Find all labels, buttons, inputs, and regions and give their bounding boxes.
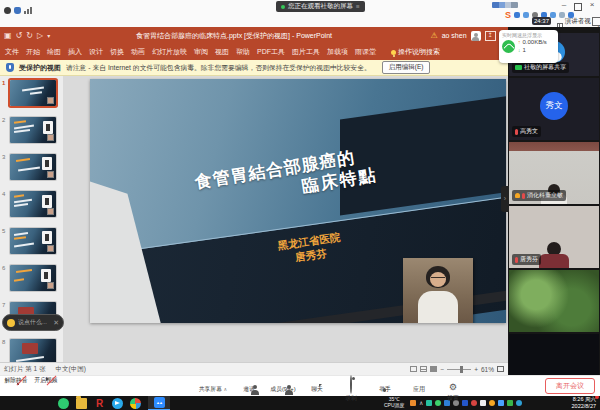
protected-shield-icon bbox=[6, 63, 14, 72]
tray-icon[interactable] bbox=[471, 400, 477, 406]
share-icon[interactable]: ↥ bbox=[485, 31, 496, 41]
tab-slideshow[interactable]: 幻灯片放映 bbox=[152, 47, 187, 57]
participant-tile-video-3[interactable] bbox=[509, 270, 599, 332]
toolbar-widget-icon[interactable] bbox=[492, 2, 518, 8]
zoom-in-button[interactable]: + bbox=[474, 366, 478, 373]
ribbon-tab-bar: 文件 开始 绘图 插入 设计 切换 动画 幻灯片放映 审阅 视图 帮助 PDF工… bbox=[0, 44, 508, 60]
window-close-button[interactable]: × bbox=[586, 0, 598, 10]
browser-icon[interactable] bbox=[130, 398, 141, 409]
meeting-toolbar-center: 共享屏幕 ∧ 邀请 成员(99+) 聊天 录制 举手 应用 ⚙设置 bbox=[196, 376, 468, 403]
zoom-percent[interactable]: 61% bbox=[481, 366, 494, 373]
webcam-icon[interactable] bbox=[550, 12, 556, 18]
slide-thumbnail-5[interactable] bbox=[10, 228, 56, 254]
tray-icon[interactable] bbox=[498, 400, 504, 406]
chat-button[interactable]: 聊天 bbox=[302, 385, 332, 394]
members-button[interactable]: 成员(99+) bbox=[268, 385, 298, 394]
signal-bars-icon[interactable] bbox=[24, 7, 32, 14]
banner-menu-icon[interactable]: ≡ bbox=[356, 3, 360, 10]
invite-button[interactable]: 邀请 bbox=[234, 385, 264, 394]
zoom-slider[interactable] bbox=[447, 369, 471, 370]
enable-editing-button[interactable]: 启用编辑(E) bbox=[382, 61, 431, 74]
slide-sorter-button[interactable] bbox=[420, 366, 427, 372]
tray-icon[interactable] bbox=[480, 400, 486, 406]
wifi-icon bbox=[502, 40, 515, 53]
normal-view-button[interactable] bbox=[410, 366, 417, 372]
viewer-banner[interactable]: 您正在观看社敬的屏幕 ≡ bbox=[276, 1, 365, 12]
file-explorer-icon[interactable] bbox=[76, 398, 87, 409]
slide-number: 8 bbox=[2, 339, 5, 345]
chevron-up-icon[interactable]: ∧ bbox=[224, 386, 228, 392]
account-name[interactable]: ao shen bbox=[442, 32, 467, 39]
slide-panel-decor bbox=[340, 79, 506, 215]
share-screen-button[interactable]: 共享屏幕 ∧ bbox=[196, 385, 230, 394]
leave-meeting-button[interactable]: 离开会议 bbox=[545, 378, 595, 394]
fullscreen-icon[interactable] bbox=[592, 17, 600, 26]
avatar[interactable] bbox=[471, 31, 481, 41]
qat-caret-button[interactable]: ▾ bbox=[47, 28, 50, 44]
start-video-button[interactable]: 开启视频 bbox=[32, 376, 60, 385]
download-arrow-icon: ↓ bbox=[518, 46, 521, 54]
tab-help[interactable]: 帮助 bbox=[236, 47, 250, 57]
raise-hand-button[interactable]: 举手 bbox=[370, 385, 400, 394]
slide-thumbnail-2[interactable] bbox=[10, 117, 56, 143]
quick-chat-pill[interactable]: 说点什么... ✕ bbox=[2, 314, 64, 331]
tray-mini-icons bbox=[4, 7, 32, 14]
tab-review[interactable]: 审阅 bbox=[194, 47, 208, 57]
tab-animations[interactable]: 动画 bbox=[131, 47, 145, 57]
slide-thumbnail-1[interactable] bbox=[10, 80, 56, 106]
tell-me-search[interactable]: 操作说明搜索 bbox=[391, 47, 440, 57]
undo-button[interactable]: ↺ bbox=[16, 28, 23, 44]
language-indicator[interactable]: 中文(中国) bbox=[56, 365, 86, 374]
record-button[interactable]: 录制 bbox=[336, 376, 366, 403]
tray-icon[interactable] bbox=[516, 400, 522, 406]
participant-tile-video-1[interactable]: 消化科董立敏 bbox=[509, 142, 599, 204]
tab-draw[interactable]: 绘图 bbox=[47, 47, 61, 57]
fit-slide-button[interactable] bbox=[497, 366, 504, 372]
close-icon[interactable]: ✕ bbox=[53, 319, 59, 327]
slideshow-button[interactable]: ▷ bbox=[37, 28, 43, 44]
tab-insert[interactable]: 插入 bbox=[68, 47, 82, 57]
participant-tile-video-2[interactable]: 唐秀芬 bbox=[509, 206, 599, 268]
meeting-app-icon-active[interactable]: ▲▲ bbox=[148, 395, 170, 410]
taskbar-app-green-icon[interactable] bbox=[58, 398, 69, 409]
tab-rain-classroom[interactable]: 雨课堂 bbox=[355, 47, 376, 57]
tab-pdf-tools[interactable]: PDF工具 bbox=[257, 47, 285, 57]
participant-tile-gaoxiuwen[interactable]: 秀文 高秀文 bbox=[509, 78, 599, 140]
tab-addins[interactable]: 加载项 bbox=[327, 47, 348, 57]
sidebar-collapse-handle[interactable]: › bbox=[501, 186, 509, 212]
window-minimize-button[interactable]: – bbox=[558, 0, 570, 10]
reading-view-button[interactable] bbox=[430, 366, 437, 372]
save-button[interactable]: ▣ bbox=[4, 28, 12, 44]
camera-tray-icon[interactable] bbox=[4, 7, 11, 14]
tab-transitions[interactable]: 切换 bbox=[110, 47, 124, 57]
telegram-icon[interactable] bbox=[112, 398, 123, 409]
tab-file[interactable]: 文件 bbox=[5, 47, 19, 57]
apps-button[interactable]: 应用 bbox=[404, 385, 434, 394]
slide-thumbnail-4[interactable] bbox=[10, 191, 56, 217]
taskbar-app-r-icon[interactable]: R bbox=[94, 398, 105, 409]
emoji-icon[interactable] bbox=[7, 319, 15, 327]
slide-thumbnail-3[interactable] bbox=[10, 154, 56, 180]
slide-thumbnail-6[interactable] bbox=[10, 265, 56, 291]
slide-thumbnail-8[interactable] bbox=[10, 339, 56, 362]
zoom-out-button[interactable]: − bbox=[440, 366, 444, 373]
tab-view[interactable]: 视图 bbox=[215, 47, 229, 57]
taskbar-clock[interactable]: 8:26 周六 2022/8/27 bbox=[572, 396, 596, 409]
tab-picture-tools[interactable]: 图片工具 bbox=[292, 47, 320, 57]
redo-button[interactable]: ↻ bbox=[26, 28, 33, 44]
annotate-icon[interactable] bbox=[523, 12, 529, 18]
viewer-banner-text: 您正在观看社敬的屏幕 bbox=[288, 2, 353, 11]
chat-placeholder[interactable]: 说点什么... bbox=[18, 318, 47, 327]
settings-button[interactable]: ⚙设置 bbox=[438, 376, 468, 403]
shield-tray-icon[interactable] bbox=[14, 7, 21, 14]
tray-icon[interactable] bbox=[507, 400, 513, 406]
window-restore-button[interactable] bbox=[574, 3, 582, 11]
tab-design[interactable]: 设计 bbox=[89, 47, 103, 57]
unmute-button[interactable]: 解除静音 bbox=[2, 376, 30, 385]
cursor-icon[interactable] bbox=[514, 12, 520, 18]
participant-label: 消化科董立敏 bbox=[512, 190, 566, 201]
tray-icon[interactable] bbox=[489, 400, 495, 406]
current-slide[interactable]: 食管胃結合部腺癌的 臨床特點 黑龙江省医院 唐秀芬 bbox=[90, 79, 506, 323]
screenshare-icon bbox=[515, 65, 522, 70]
tab-home[interactable]: 开始 bbox=[26, 47, 40, 57]
